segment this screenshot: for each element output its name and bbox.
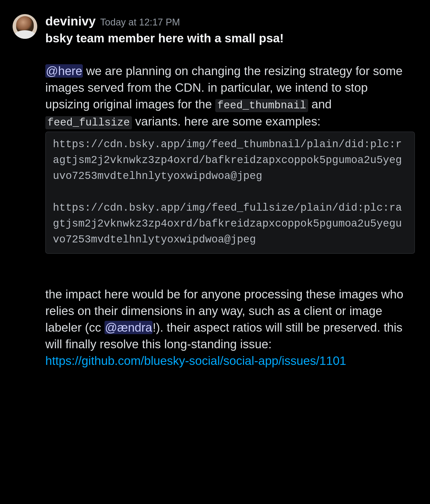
text: and xyxy=(308,98,332,111)
inline-code: feed_fullsize xyxy=(45,116,132,129)
message-body: bsky team member here with a small psa! … xyxy=(45,30,415,369)
inline-code: feed_thumbnail xyxy=(215,99,308,112)
avatar[interactable] xyxy=(13,14,37,39)
author-username[interactable]: devinivy xyxy=(45,13,96,30)
mention-here[interactable]: @here xyxy=(45,64,83,78)
text: variants. here are some examples: xyxy=(132,115,321,128)
message-timestamp: Today at 12:17 PM xyxy=(100,16,180,29)
message-header: devinivy Today at 12:17 PM xyxy=(45,13,415,30)
code-block: https://cdn.bsky.app/img/feed_thumbnail/… xyxy=(45,132,415,254)
message-link-line: https://github.com/bluesky-social/social… xyxy=(45,353,415,369)
message-content: devinivy Today at 12:17 PM bsky team mem… xyxy=(45,13,415,369)
issue-link[interactable]: https://github.com/bluesky-social/social… xyxy=(45,354,346,367)
message-bold-line: bsky team member here with a small psa! xyxy=(45,30,415,47)
message-paragraph-1: @here we are planning on changing the re… xyxy=(45,63,415,130)
message-paragraph-2: the impact here would be for anyone proc… xyxy=(45,286,415,353)
mention-user[interactable]: @ændra xyxy=(104,321,153,334)
discord-message: devinivy Today at 12:17 PM bsky team mem… xyxy=(13,13,415,369)
